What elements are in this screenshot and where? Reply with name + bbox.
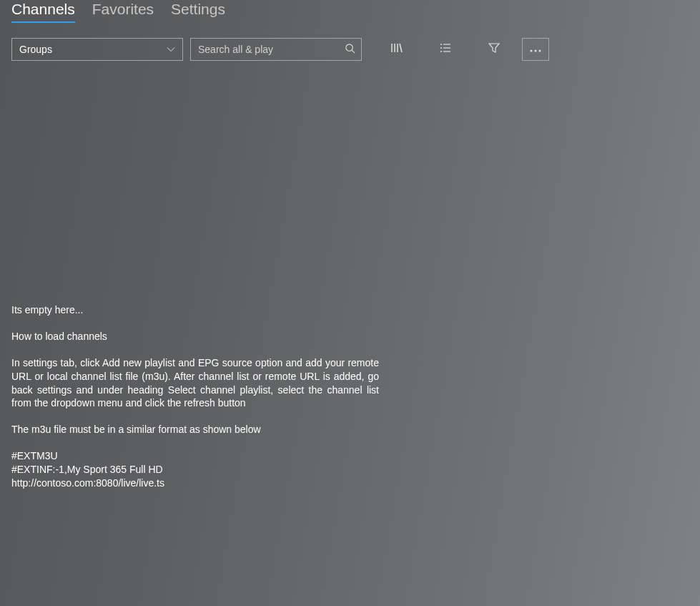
example-line: #EXTM3U — [11, 449, 379, 463]
search-box[interactable] — [190, 38, 362, 61]
svg-point-10 — [440, 51, 442, 52]
search-input[interactable] — [198, 44, 345, 55]
list-view-button[interactable] — [432, 38, 459, 61]
svg-line-5 — [400, 44, 402, 52]
example-m3u: #EXTM3U #EXTINF:-1,My Sport 365 Full HD … — [11, 449, 379, 490]
svg-point-8 — [440, 47, 442, 49]
library-icon — [390, 42, 403, 57]
svg-point-0 — [346, 44, 353, 50]
howto-instructions: In settings tab, click Add new playlist … — [11, 356, 379, 411]
search-icon[interactable] — [345, 43, 355, 57]
toolbar: Groups — [0, 26, 700, 66]
svg-point-13 — [535, 50, 537, 52]
filter-button[interactable] — [480, 38, 508, 61]
chevron-down-icon — [167, 45, 175, 54]
example-line: #EXTINF:-1,My Sport 365 Full HD — [11, 463, 379, 477]
svg-point-14 — [539, 50, 541, 52]
example-line: http://contoso.com:8080/live/live.ts — [11, 477, 379, 490]
dropdown-selected-label: Groups — [19, 44, 52, 55]
tab-settings[interactable]: Settings — [171, 0, 225, 21]
tab-favorites[interactable]: Favorites — [92, 0, 154, 21]
groups-dropdown[interactable]: Groups — [11, 38, 183, 61]
more-icon — [529, 43, 542, 56]
library-view-button[interactable] — [383, 38, 410, 61]
svg-point-6 — [440, 44, 442, 45]
tab-bar: Channels Favorites Settings — [0, 0, 700, 26]
tab-channels[interactable]: Channels — [11, 0, 75, 23]
svg-line-1 — [352, 50, 355, 53]
list-icon — [440, 43, 451, 56]
filter-icon — [488, 42, 500, 57]
empty-title: Its empty here... — [11, 303, 379, 317]
format-note: The m3u file must be in a similar format… — [11, 423, 379, 436]
more-button[interactable] — [522, 38, 549, 61]
empty-state: Its empty here... How to load channels I… — [0, 66, 379, 490]
howto-heading: How to load channels — [11, 330, 379, 343]
svg-point-12 — [531, 50, 533, 52]
